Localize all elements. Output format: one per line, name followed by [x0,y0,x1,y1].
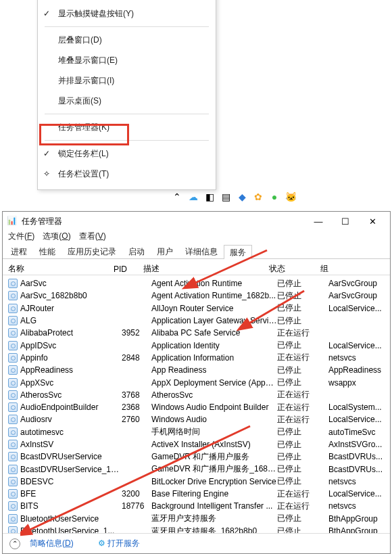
service-row[interactable]: AppIDSvcApplication Identity已停止LocalServ… [3,339,390,351]
app-icon: 📊 [7,216,18,227]
tray-icon[interactable]: ◆ [237,191,247,202]
task-manager-window: 📊 任务管理器 — ☐ ✕ 文件(F) 选项(O) 查看(V) 进程性能应用历史… [2,211,391,554]
service-row[interactable]: AtherosSvc3768AtherosSvc正在运行 [3,389,390,401]
tab-用户[interactable]: 用户 [151,244,179,258]
services-list: AarSvcAgent Activation Runtime已停止AarSvcG… [3,275,390,533]
service-icon [8,279,18,288]
context-menu-item[interactable]: 显示桌面(S) [38,91,216,111]
tab-详细信息[interactable]: 详细信息 [179,244,224,258]
tray-icon[interactable]: 🐱 [285,191,296,202]
taskbar-context-menu: 显示"Windows Ink 工作区"按钮(W)✓显示触摸键盘按钮(Y)层叠窗口… [37,0,216,190]
service-row[interactable]: AlibabaProtect3952Alibaba PC Safe Servic… [3,327,390,339]
service-icon [8,378,18,388]
menu-view[interactable]: 查看(V) [79,231,106,244]
close-button[interactable]: ✕ [359,212,386,230]
context-menu-item[interactable]: ✧任务栏设置(T) [38,164,216,184]
service-row[interactable]: BDESVCBitLocker Drive Encryption Service… [3,476,390,488]
system-tray: ⌃ ☁ ◧ ▤ ◆ ✿ ● 🐱 [172,191,296,202]
menu-options[interactable]: 选项(O) [43,231,70,244]
col-name[interactable]: 名称 [8,263,114,275]
service-icon [8,353,18,363]
tab-启动[interactable]: 启动 [122,244,151,258]
service-icon [8,452,18,461]
minimize-button[interactable]: — [305,212,332,230]
tray-icon[interactable]: ▤ [220,191,231,202]
footer: ⌃ 简略信息(D) ⚙打开服务 [3,533,390,553]
tab-应用历史记录[interactable]: 应用历史记录 [62,244,122,258]
service-row[interactable]: AppXSvcAppX Deployment Service (AppX...已… [3,376,390,388]
context-menu-item[interactable]: ✓显示触摸键盘按钮(Y) [38,3,216,24]
col-pid[interactable]: PID [114,264,143,274]
service-row[interactable]: AarSvcAgent Activation Runtime已停止AarSvcG… [3,277,390,290]
service-icon [8,489,18,499]
gear-icon: ⚙ [98,538,105,548]
service-icon [8,477,18,486]
service-icon [8,514,18,524]
brief-info-link[interactable]: 简略信息(D) [30,538,74,549]
tab-性能[interactable]: 性能 [33,244,62,258]
tab-服务[interactable]: 服务 [224,245,252,259]
context-menu-item[interactable]: 并排显示窗口(I) [38,70,216,91]
service-icon [8,291,18,300]
service-row[interactable]: Audiosrv2760Windows Audio正在运行LocalServic… [3,413,390,425]
service-row[interactable]: AJRouterAllJoyn Router Service已停止LocalSe… [3,302,390,315]
tray-icon[interactable]: ● [269,191,280,202]
service-row[interactable]: AarSvc_1682b8b0Agent Activation Runtime_… [3,290,390,302]
service-icon [8,365,18,375]
service-icon [8,440,18,449]
service-row[interactable]: BcastDVRUserServiceGameDVR 和广播用户服务已停止Bca… [3,451,390,463]
tabs: 进程性能应用历史记录启动用户详细信息服务 [3,244,390,259]
context-menu-item[interactable]: 任务管理器(K) [38,117,216,137]
service-icon [8,390,18,400]
chevron-up-icon[interactable]: ⌃ [9,538,20,549]
service-icon [8,316,18,325]
service-row[interactable]: Appinfo2848Application Information正在运行ne… [3,352,390,364]
col-status[interactable]: 状态 [269,263,320,275]
context-menu-item[interactable]: 层叠窗口(D) [38,30,216,50]
tray-icon[interactable]: ✿ [253,191,264,202]
service-row[interactable]: AxInstSVActiveX Installer (AxInstSV)已停止A… [3,438,390,451]
service-icon [8,304,18,313]
open-services-link[interactable]: ⚙打开服务 [98,538,140,549]
service-row[interactable]: BcastDVRUserService_16...GameDVR 和广播用户服务… [3,463,390,475]
maximize-button[interactable]: ☐ [332,212,359,230]
col-group[interactable]: 组 [320,263,390,275]
menu-file[interactable]: 文件(F) [8,231,34,244]
service-icon [8,501,18,511]
service-row[interactable]: ALGApplication Layer Gateway Service已停止 [3,315,390,327]
service-row[interactable]: BluetoothUserService_1...蓝牙用户支持服务_1682b8… [3,525,390,533]
tray-icon[interactable]: ◧ [204,191,215,202]
service-row[interactable]: BFE3200Base Filtering Engine正在运行LocalSer… [3,488,390,500]
service-row[interactable]: AudioEndpointBuilder2368Windows Audio En… [3,401,390,413]
tray-icon[interactable]: ⌃ [172,191,182,202]
window-title: 任务管理器 [22,216,62,227]
menubar: 文件(F) 选项(O) 查看(V) [3,231,390,244]
tray-icon[interactable]: ☁ [188,191,199,202]
context-menu-item[interactable]: ✓锁定任务栏(L) [38,143,216,164]
service-icon [8,465,18,474]
service-row[interactable]: BluetoothUserService蓝牙用户支持服务已停止BthAppGro… [3,513,390,525]
context-menu-item[interactable]: 堆叠显示窗口(E) [38,50,216,70]
column-headers: 名称 PID 描述 状态 组 [3,262,390,275]
col-desc[interactable]: 描述 [143,263,269,275]
tab-进程[interactable]: 进程 [5,244,33,258]
service-row[interactable]: autotimesvc手机网络时间已停止autoTimeSvc [3,426,390,438]
service-icon [8,402,18,412]
titlebar: 📊 任务管理器 — ☐ ✕ [3,212,390,231]
service-row[interactable]: BITS18776Background Intelligent Transfer… [3,500,390,512]
service-icon [8,328,18,338]
service-icon [8,428,18,437]
service-icon [8,526,18,533]
service-row[interactable]: AppReadinessApp Readiness已停止AppReadiness [3,364,390,376]
service-icon [8,415,18,424]
service-icon [8,341,18,350]
